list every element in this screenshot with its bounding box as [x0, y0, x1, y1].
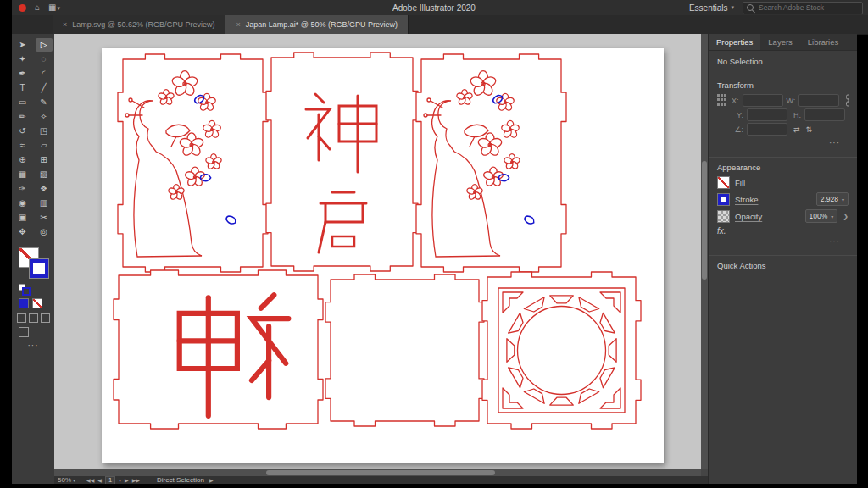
lasso-tool[interactable]: ◌ — [36, 53, 53, 66]
screen-mode-button[interactable] — [19, 327, 29, 337]
current-tool-indicator[interactable]: Direct Selection — [157, 476, 204, 484]
workspace-label: Essentials — [689, 3, 728, 13]
artboard-tool[interactable]: ▣ — [14, 211, 31, 225]
w-label: W: — [787, 97, 796, 105]
first-artboard-button[interactable]: ◀◀ — [86, 477, 94, 483]
reference-point-locator[interactable] — [717, 94, 726, 107]
opacity-icon[interactable] — [717, 210, 730, 223]
type-tool[interactable]: T — [14, 81, 31, 95]
zoom-level-dropdown[interactable]: 50% ▾ — [58, 476, 81, 484]
draw-normal-mode-button[interactable] — [17, 313, 26, 323]
free-transform-tool[interactable]: ▱ — [36, 139, 53, 152]
scale-tool[interactable]: ◳ — [36, 125, 53, 138]
artboard[interactable] — [102, 48, 664, 463]
fill-label: Fill — [735, 178, 745, 187]
chevron-down-icon: ▾ — [73, 477, 75, 483]
h-label: H: — [791, 111, 801, 119]
shape-builder-tool[interactable]: ⊕ — [14, 153, 31, 167]
transform-w-input[interactable] — [798, 94, 839, 107]
artboard-number-field[interactable]: 1 — [105, 476, 115, 484]
document-tab-lamp-svg[interactable]: × Lamp.svg @ 50.62% (RGB/GPU Preview) — [53, 15, 225, 34]
tab-layers[interactable]: Layers — [760, 34, 800, 50]
close-icon[interactable]: × — [236, 20, 240, 29]
direct-selection-tool[interactable]: ▷ — [36, 38, 53, 52]
blend-tool[interactable]: ❖ — [36, 182, 53, 196]
none-button[interactable] — [32, 298, 42, 308]
appearance-more-options[interactable]: ··· — [717, 236, 849, 248]
panel-tabs: Properties Layers Libraries — [709, 34, 857, 51]
fill-color-swatch[interactable] — [717, 176, 730, 189]
canvas[interactable] — [54, 34, 708, 476]
slice-tool[interactable]: ✂ — [36, 211, 53, 225]
pencil-tool[interactable]: ✏ — [14, 110, 31, 124]
rotate-tool[interactable]: ↺ — [14, 125, 31, 138]
magic-wand-tool[interactable]: ✦ — [14, 53, 31, 66]
edit-toolbar-button[interactable]: ··· — [12, 341, 54, 350]
app-title: Adobe Illustrator 2020 — [392, 3, 476, 13]
default-stroke-icon — [22, 287, 31, 296]
home-icon[interactable]: ⌂ — [35, 0, 40, 15]
close-icon[interactable]: × — [63, 20, 67, 29]
stroke-swatch[interactable] — [29, 258, 49, 279]
transform-h-input[interactable] — [804, 108, 845, 121]
chevron-right-icon[interactable]: ❯ — [843, 213, 849, 220]
paintbrush-tool[interactable]: ✎ — [36, 96, 53, 109]
transform-x-input[interactable] — [743, 94, 783, 107]
workspace-switcher[interactable]: Essentials ▾ — [689, 3, 734, 13]
search-input[interactable] — [757, 3, 854, 13]
opacity-field[interactable]: 100% ▾ — [805, 209, 838, 223]
selection-tool[interactable]: ➤ — [14, 38, 31, 52]
draw-behind-mode-button[interactable] — [29, 313, 38, 323]
chevron-down-icon: ▾ — [831, 214, 833, 219]
constrain-proportions-icon[interactable] — [844, 94, 849, 107]
perspective-grid-tool[interactable]: ⊞ — [36, 153, 53, 167]
line-segment-tool[interactable]: ╱ — [36, 81, 53, 95]
lamp-template-artwork — [102, 48, 664, 463]
horizontal-scrollbar-thumb[interactable] — [266, 470, 495, 475]
document-tab-label: Lamp.svg @ 50.62% (RGB/GPU Preview) — [72, 20, 214, 29]
horizontal-scrollbar[interactable] — [54, 469, 701, 476]
document-tab-japan-lamp[interactable]: × Japan Lamp.ai* @ 50% (RGB/GPU Preview) — [225, 15, 408, 34]
column-graph-tool[interactable]: ▥ — [36, 197, 53, 210]
pen-tool[interactable]: ✒ — [14, 67, 31, 80]
gradient-tool[interactable]: ▧ — [36, 168, 53, 181]
status-options-arrow[interactable]: ▶ — [209, 477, 214, 483]
curvature-tool[interactable]: ◜ — [36, 67, 53, 80]
vertical-scrollbar-thumb[interactable] — [702, 161, 707, 280]
stock-search[interactable] — [743, 2, 863, 14]
hand-tool[interactable]: ✥ — [14, 225, 31, 239]
width-tool[interactable]: ≈ — [14, 139, 31, 152]
shaper-tool[interactable]: ✧ — [36, 110, 53, 124]
flip-vertical-icon[interactable]: ⇅ — [806, 125, 813, 134]
effects-button[interactable]: fx. — [717, 226, 849, 236]
tab-libraries[interactable]: Libraries — [800, 34, 846, 50]
color-button[interactable] — [19, 298, 29, 308]
chevron-down-icon[interactable]: ▾ — [119, 477, 121, 483]
chevron-down-icon: ▾ — [731, 4, 734, 11]
previous-artboard-button[interactable]: ◀ — [97, 477, 102, 483]
transform-more-options[interactable]: ··· — [717, 137, 849, 150]
last-artboard-button[interactable]: ▶▶ — [132, 477, 140, 483]
flip-horizontal-icon[interactable]: ⇄ — [793, 125, 800, 134]
default-fill-stroke-icon[interactable] — [19, 284, 27, 292]
zoom-level: 50% — [58, 476, 71, 484]
stroke-weight-field[interactable]: 2.928 ▾ — [816, 192, 849, 206]
rectangle-tool[interactable]: ▭ — [14, 96, 31, 109]
rotate-angle-input[interactable] — [747, 123, 787, 136]
opacity-label[interactable]: Opacity — [735, 212, 762, 221]
zoom-tool[interactable]: ◎ — [36, 225, 53, 239]
mesh-tool[interactable]: ▦ — [14, 168, 31, 181]
next-artboard-button[interactable]: ▶ — [125, 477, 129, 483]
draw-inside-mode-button[interactable] — [41, 313, 50, 323]
symbol-sprayer-tool[interactable]: ◉ — [14, 197, 31, 210]
appearance-section: Appearance Fill Stroke 2.928 ▾ Opacity 1… — [709, 158, 857, 252]
eyedropper-tool[interactable]: ✑ — [14, 182, 31, 196]
stroke-label[interactable]: Stroke — [735, 195, 758, 204]
arrange-documents-icon[interactable]: ▦▾ — [48, 0, 60, 16]
tab-properties[interactable]: Properties — [709, 34, 760, 50]
transform-y-input[interactable] — [747, 108, 787, 121]
vertical-scrollbar[interactable] — [701, 34, 708, 469]
selection-status: No Selection — [709, 51, 857, 71]
illustrator-app-icon[interactable] — [19, 4, 26, 12]
stroke-color-swatch[interactable] — [717, 193, 730, 206]
